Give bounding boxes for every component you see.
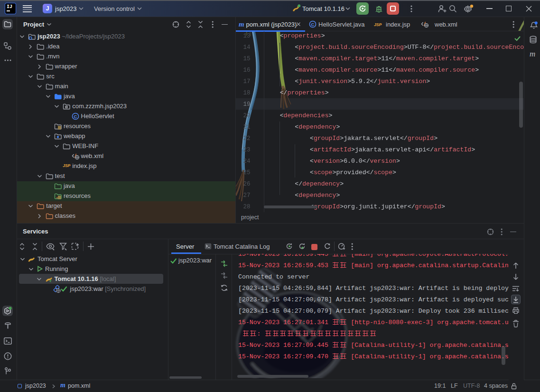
svg-text:C: C <box>74 113 77 119</box>
svg-text:C: C <box>311 22 315 27</box>
